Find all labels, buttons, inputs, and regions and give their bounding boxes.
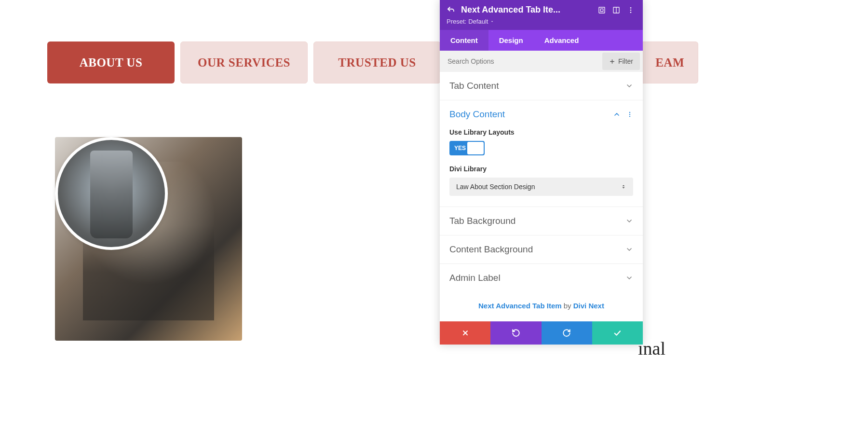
tab-trusted-us[interactable]: TRUSTED US xyxy=(313,41,441,83)
preset-selector[interactable]: Preset: Default xyxy=(447,18,635,25)
undo-button[interactable] xyxy=(490,321,541,345)
section-content-background-title: Content Background xyxy=(449,244,533,255)
section-admin-label-header[interactable]: Admin Label xyxy=(440,264,643,292)
preset-label: Preset: xyxy=(447,18,466,25)
section-body-content: Body Content Use Library Layouts YES Div… xyxy=(440,100,643,207)
panel-footer xyxy=(440,321,643,345)
svg-point-9 xyxy=(629,112,630,113)
search-input[interactable] xyxy=(440,52,599,71)
justice-statue-circle xyxy=(55,137,168,250)
search-row: Filter xyxy=(440,51,643,72)
panel-tab-advanced[interactable]: Advanced xyxy=(534,30,590,51)
chevron-down-icon xyxy=(625,217,633,225)
check-icon xyxy=(613,329,622,337)
section-tab-background: Tab Background xyxy=(440,207,643,235)
section-body-content-body: Use Library Layouts YES Divi Library Law… xyxy=(440,128,643,207)
about-image-group xyxy=(55,137,242,341)
tab-our-services[interactable]: OUR SERVICES xyxy=(180,41,308,83)
save-button[interactable] xyxy=(592,321,643,345)
use-library-label: Use Library Layouts xyxy=(449,128,633,136)
chevron-down-icon xyxy=(625,82,633,90)
panel-header: Next Advanced Tab Ite... Preset: Default xyxy=(440,0,643,30)
module-settings-panel: Next Advanced Tab Ite... Preset: Default… xyxy=(440,0,643,345)
redo-icon xyxy=(562,329,571,337)
svg-point-5 xyxy=(630,9,632,11)
divi-library-value: Law About Section Design xyxy=(456,183,535,191)
section-body-content-title: Body Content xyxy=(449,109,505,120)
expand-icon[interactable] xyxy=(597,6,606,14)
panel-tab-design[interactable]: Design xyxy=(488,30,534,51)
chevron-down-icon xyxy=(625,246,633,253)
svg-point-11 xyxy=(629,116,630,117)
filter-button[interactable]: Filter xyxy=(602,53,640,70)
plus-icon xyxy=(609,58,615,65)
divi-library-label: Divi Library xyxy=(449,165,633,173)
section-content-background-header[interactable]: Content Background xyxy=(440,235,643,263)
credit-author-link[interactable]: Divi Next xyxy=(573,302,604,310)
undo-icon xyxy=(512,329,520,337)
section-tab-content-header[interactable]: Tab Content xyxy=(440,72,643,100)
more-icon[interactable] xyxy=(626,111,633,118)
section-body-content-header[interactable]: Body Content xyxy=(440,100,643,128)
tab-about-us[interactable]: ABOUT US xyxy=(47,41,175,83)
use-library-toggle[interactable]: YES xyxy=(449,141,485,155)
filter-label: Filter xyxy=(618,57,633,65)
page-tab-row: ABOUT US OUR SERVICES TRUSTED US EAM xyxy=(47,41,441,83)
section-tab-content: Tab Content xyxy=(440,72,643,100)
section-tab-content-title: Tab Content xyxy=(449,81,499,91)
chevron-up-icon xyxy=(613,110,621,118)
redo-button[interactable] xyxy=(542,321,592,345)
divi-library-select[interactable]: Law About Section Design xyxy=(449,178,633,196)
section-content-background: Content Background xyxy=(440,235,643,264)
tab-team-partial[interactable]: EAM xyxy=(636,41,698,83)
module-credit: Next Advanced Tab Item by Divi Next xyxy=(440,292,643,321)
svg-point-4 xyxy=(630,7,632,9)
panel-tab-content[interactable]: Content xyxy=(440,30,488,51)
panel-tab-row: Content Design Advanced xyxy=(440,30,643,51)
svg-rect-0 xyxy=(599,7,605,13)
toggle-value: YES xyxy=(449,145,466,152)
select-arrows-icon xyxy=(621,184,626,190)
panel-title: Next Advanced Tab Ite... xyxy=(461,5,592,15)
chevron-down-icon xyxy=(490,19,494,24)
snap-icon[interactable] xyxy=(612,6,621,14)
toggle-knob xyxy=(467,142,484,154)
preset-value: Default xyxy=(468,18,488,25)
more-icon[interactable] xyxy=(626,6,635,14)
section-tab-background-header[interactable]: Tab Background xyxy=(440,207,643,235)
section-tab-background-title: Tab Background xyxy=(449,216,515,226)
svg-point-10 xyxy=(629,114,630,115)
svg-rect-1 xyxy=(600,9,603,11)
credit-by: by xyxy=(562,302,573,310)
chevron-down-icon xyxy=(625,274,633,282)
close-icon xyxy=(461,329,469,337)
back-icon[interactable] xyxy=(447,6,455,14)
credit-module-link[interactable]: Next Advanced Tab Item xyxy=(478,302,562,310)
section-admin-label-title: Admin Label xyxy=(449,273,501,283)
svg-point-6 xyxy=(630,12,632,13)
section-admin-label: Admin Label xyxy=(440,264,643,292)
close-button[interactable] xyxy=(440,321,490,345)
